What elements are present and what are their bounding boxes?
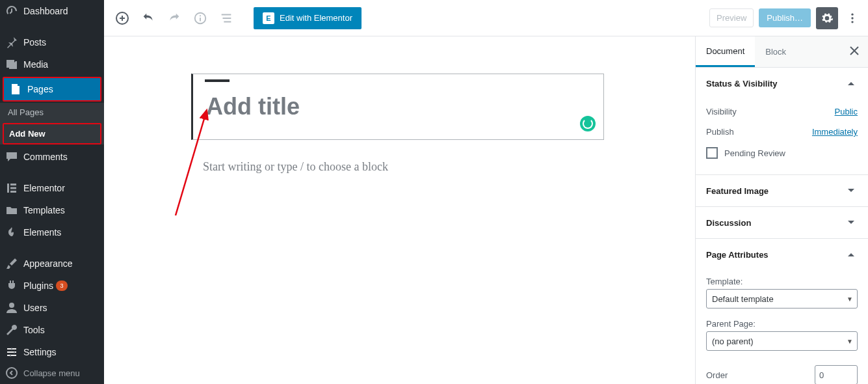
publish-value-link[interactable]: Immediately <box>812 127 858 137</box>
parent-select[interactable]: (no parent) ▼ <box>706 331 858 351</box>
svg-point-11 <box>200 15 201 16</box>
sidebar-item-posts[interactable]: Posts <box>0 31 104 53</box>
title-accent <box>205 79 230 82</box>
svg-rect-12 <box>200 18 201 21</box>
svg-point-4 <box>9 303 14 308</box>
visibility-label: Visibility <box>706 107 737 117</box>
svg-point-7 <box>10 355 12 357</box>
title-input[interactable]: Add title <box>191 74 604 140</box>
sidebar-label: Pages <box>27 84 53 94</box>
svg-point-14 <box>851 17 853 19</box>
section-head-attributes[interactable]: Page Attributes <box>696 239 868 270</box>
sliders-icon <box>5 346 18 359</box>
sidebar-label: Comments <box>23 152 68 162</box>
info-button[interactable] <box>189 7 212 30</box>
comments-icon <box>5 150 18 163</box>
caret-down-icon: ▼ <box>847 295 853 303</box>
chevron-down-icon <box>845 216 858 229</box>
section-head-discussion[interactable]: Discussion <box>696 207 868 238</box>
section-head-featured[interactable]: Featured Image <box>696 175 868 206</box>
editor-topbar: E Edit with Elementor Preview Publish… <box>104 0 868 36</box>
collapse-menu[interactable]: Collapse menu <box>0 362 104 384</box>
info-icon <box>193 11 207 25</box>
editor-canvas: Add title Start writing or type / to cho… <box>104 36 695 384</box>
svg-rect-2 <box>10 187 16 189</box>
section-featured-image: Featured Image <box>696 175 868 207</box>
add-block-button[interactable] <box>111 7 134 30</box>
plugins-count-badge: 3 <box>56 281 68 291</box>
sidebar-label: Appearance <box>23 258 73 269</box>
section-page-attributes: Page Attributes Template: Default templa… <box>696 239 868 384</box>
plus-circle-icon <box>114 10 130 26</box>
tab-document[interactable]: Document <box>696 36 755 67</box>
sidebar-item-elements[interactable]: Elements <box>0 221 104 243</box>
svg-rect-3 <box>10 191 16 193</box>
sidebar-item-templates[interactable]: Templates <box>0 199 104 221</box>
order-input[interactable]: 0 <box>815 365 858 384</box>
annotation-pages: Pages <box>3 77 101 102</box>
grammarly-icon[interactable] <box>580 116 596 131</box>
body-placeholder[interactable]: Start writing or type / to choose a bloc… <box>203 160 388 174</box>
pages-icon <box>9 83 22 96</box>
close-icon <box>850 46 859 55</box>
publish-button[interactable]: Publish… <box>759 8 811 27</box>
plug-icon <box>5 279 18 292</box>
svg-point-8 <box>7 368 17 378</box>
admin-sidebar: Dashboard Posts Media Pages All Pages Ad… <box>0 0 104 384</box>
svg-rect-1 <box>10 184 16 185</box>
template-select[interactable]: Default template ▼ <box>706 289 858 309</box>
title-placeholder: Add title <box>206 93 300 120</box>
pages-submenu: All Pages Add New <box>0 103 104 144</box>
wrench-icon <box>5 323 18 336</box>
parent-label: Parent Page: <box>706 315 858 331</box>
edit-with-elementor-button[interactable]: E Edit with Elementor <box>254 7 362 29</box>
collapse-icon <box>5 366 18 379</box>
sidebar-item-pages[interactable]: Pages <box>4 78 100 100</box>
sidebar-item-media[interactable]: Media <box>0 53 104 75</box>
outline-button[interactable] <box>215 7 238 30</box>
order-label: Order <box>706 370 728 380</box>
sidebar-item-dashboard[interactable]: Dashboard <box>0 0 104 22</box>
sidebar-sub-add-new[interactable]: Add New <box>4 124 100 143</box>
settings-toggle-button[interactable] <box>816 7 838 29</box>
more-options-button[interactable] <box>843 7 861 29</box>
svg-point-6 <box>14 351 16 353</box>
svg-rect-0 <box>7 184 9 193</box>
annotation-add-new: Add New <box>3 123 101 144</box>
preview-button[interactable]: Preview <box>709 8 754 27</box>
sidebar-item-plugins[interactable]: Plugins 3 <box>0 275 104 297</box>
section-head-status[interactable]: Status & Visibility <box>696 68 868 99</box>
sidebar-item-users[interactable]: Users <box>0 297 104 319</box>
section-status-visibility: Status & Visibility Visibility Public Pu… <box>696 68 868 175</box>
sidebar-item-comments[interactable]: Comments <box>0 146 104 168</box>
sidebar-label: Elementor <box>23 183 65 193</box>
undo-button[interactable] <box>137 7 160 30</box>
tab-block[interactable]: Block <box>755 36 796 67</box>
sidebar-sub-all-pages[interactable]: All Pages <box>0 103 104 122</box>
sidebar-label: Settings <box>23 347 57 357</box>
publish-label: Publish <box>706 127 734 137</box>
user-icon <box>5 301 18 314</box>
collapse-label: Collapse menu <box>23 368 80 378</box>
visibility-value-link[interactable]: Public <box>835 107 858 117</box>
panel-tabs: Document Block <box>696 36 868 68</box>
sidebar-label: Users <box>23 303 47 313</box>
settings-panel: Document Block Status & Visibility Visib… <box>695 36 868 384</box>
pending-review-checkbox[interactable] <box>706 147 718 159</box>
pin-icon <box>5 36 18 49</box>
folder-icon <box>5 204 18 217</box>
chevron-up-icon <box>845 77 858 90</box>
chevron-down-icon <box>845 184 858 197</box>
chevron-up-icon <box>845 248 858 261</box>
sidebar-item-appearance[interactable]: Appearance <box>0 253 104 275</box>
close-panel-button[interactable] <box>841 46 868 58</box>
sidebar-item-settings[interactable]: Settings <box>0 341 104 363</box>
redo-button[interactable] <box>163 7 186 30</box>
media-icon <box>5 58 18 71</box>
sidebar-label: Plugins <box>23 281 53 291</box>
sidebar-item-tools[interactable]: Tools <box>0 319 104 341</box>
section-discussion: Discussion <box>696 207 868 239</box>
elementor-logo-icon: E <box>263 12 274 24</box>
sidebar-item-elementor[interactable]: Elementor <box>0 177 104 199</box>
flame-icon <box>5 226 18 239</box>
